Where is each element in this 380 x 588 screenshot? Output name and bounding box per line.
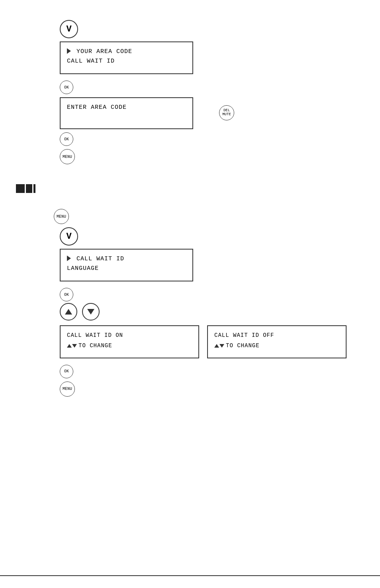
menu-button-2[interactable]: MENU	[54, 209, 69, 224]
ok-button-3[interactable]: OK	[60, 288, 73, 301]
v-button-2[interactable]: V	[60, 227, 78, 246]
arrow-down-button[interactable]	[82, 303, 100, 321]
screen3-line2: LANGUAGE	[67, 264, 186, 273]
small-up-arrow-2	[214, 344, 219, 348]
v-button-1[interactable]: V	[60, 20, 78, 38]
arrow-right-icon-2	[67, 256, 71, 261]
small-down-arrow-2	[219, 344, 224, 348]
small-up-arrow-1	[67, 344, 72, 348]
screen5-line2: TO CHANGE	[214, 341, 339, 350]
screen1-line1: YOUR AREA CODE	[67, 47, 186, 57]
screen5-line1: CALL WAIT ID OFF	[214, 331, 339, 340]
bottom-divider	[0, 575, 380, 576]
arrow-up-button[interactable]	[60, 303, 77, 321]
screen2-line1: ENTER AREA CODE	[67, 103, 186, 112]
arrow-right-icon-1	[67, 48, 71, 54]
square-large	[16, 184, 25, 193]
ok-button-4[interactable]: OK	[60, 365, 73, 378]
indicator-squares	[16, 184, 364, 193]
menu-button-1[interactable]: MENU	[60, 149, 75, 164]
svg-marker-0	[65, 309, 72, 315]
up-arrow-icon	[64, 307, 73, 316]
down-arrow-icon	[86, 307, 95, 316]
screen-box-5: CALL WAIT ID OFF TO CHANGE	[207, 325, 347, 358]
ok-button-2[interactable]: OK	[60, 132, 73, 146]
screen4-line2: TO CHANGE	[67, 341, 192, 350]
screen-box-3: CALL WAIT ID LANGUAGE	[60, 249, 364, 281]
screen-box-1: YOUR AREA CODE CALL WAIT ID	[60, 41, 364, 74]
menu-button-3[interactable]: MENU	[60, 382, 75, 397]
screen1-line2: CALL WAIT ID	[67, 57, 186, 66]
square-medium	[26, 184, 32, 193]
screen-box-4: CALL WAIT ID ON TO CHANGE	[60, 325, 199, 358]
square-small	[33, 184, 35, 193]
small-down-arrow-1	[72, 344, 77, 348]
screen3-line1: CALL WAIT ID	[67, 254, 186, 264]
ok-button-1[interactable]: OK	[60, 81, 73, 94]
del-mute-button[interactable]: DELMUTE	[219, 105, 234, 120]
svg-marker-1	[87, 309, 94, 315]
screen4-line1: CALL WAIT ID ON	[67, 331, 192, 340]
